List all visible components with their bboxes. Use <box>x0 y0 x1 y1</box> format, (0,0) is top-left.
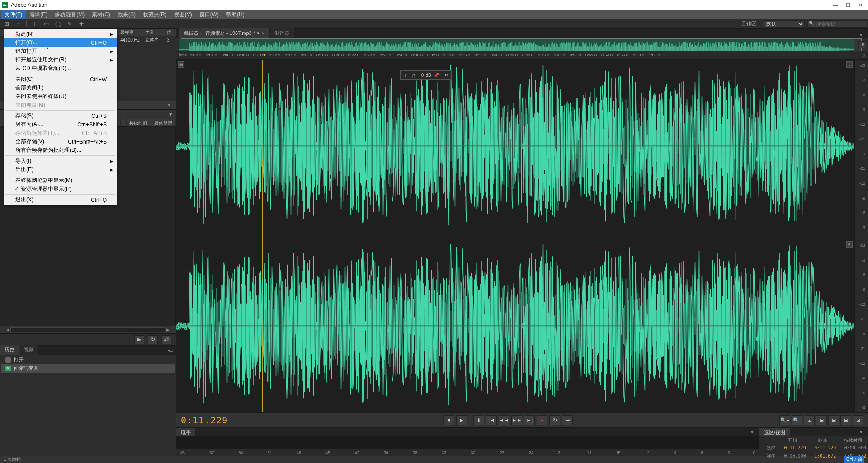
window-maximize[interactable]: ☐ <box>846 2 850 8</box>
volume-hud[interactable]: ⫾ ◔ +0 dB 📌 ✕ <box>400 70 452 80</box>
rewind-button[interactable]: ◄◄ <box>499 415 509 425</box>
goto-start-button[interactable]: |◄ <box>486 415 497 425</box>
time-ruler[interactable]: hms ▼ ♫ 0:02.00:04.00:06.00:08.00:10.00:… <box>176 51 868 60</box>
menu-item[interactable]: 另存为(A)...Ctrl+Shift+S <box>4 120 117 129</box>
menu-item[interactable]: 全部关闭(L) <box>4 84 117 92</box>
history-item[interactable]: fx伸缩与变调 <box>1 364 175 373</box>
menu-c[interactable]: 素材(C) <box>88 10 114 19</box>
tool-waveform-icon[interactable]: ⊞ <box>3 20 11 28</box>
tool-multitrack-icon[interactable]: ≡ <box>14 20 23 28</box>
selview-selection-end[interactable]: 0:11.229 <box>808 444 838 453</box>
menu-item[interactable]: 打开最近使用文件(R)▶ <box>4 56 117 64</box>
selview-view-end[interactable]: 1:01.672 <box>808 453 838 461</box>
menu-item[interactable]: 打开(O)...Ctrl+O <box>4 38 117 47</box>
zoom-reset-v-button[interactable]: ⊡ <box>853 415 863 425</box>
ime-badge[interactable]: CH ♪ 简 <box>844 456 864 463</box>
menu-e[interactable]: 编辑(E) <box>26 10 51 19</box>
tool-lasso-icon[interactable]: ◯ <box>54 20 62 28</box>
preview-scrollbar[interactable]: ◄► <box>0 326 176 333</box>
menu-item[interactable]: 在资源管理器中显示(P) <box>4 185 117 193</box>
editor-tab-close-icon[interactable]: ✕ <box>261 31 265 36</box>
preview-autoplay-button[interactable]: 🔊 <box>161 335 171 344</box>
selview-view-start[interactable]: 0:00.000 <box>778 453 808 461</box>
window-minimize[interactable]: — <box>833 2 838 8</box>
zoom-full-button[interactable]: ⊡ <box>804 415 815 425</box>
selview-selection-duration[interactable]: 0:00.000 <box>838 444 868 453</box>
zoom-in-h-button[interactable]: 🔍+ <box>779 415 790 425</box>
filter-icon[interactable]: ▼ <box>168 112 173 117</box>
channel-toggle-button[interactable]: LR <box>858 41 866 48</box>
menu-item[interactable]: 全部存储(V)Ctrl+Shift+Alt+S <box>4 137 117 146</box>
channel-menu-icon[interactable]: ▦ <box>178 61 184 68</box>
selview-selection-start[interactable]: 0:11.229 <box>778 444 808 453</box>
fastforward-button[interactable]: ►► <box>511 415 522 425</box>
col-channels[interactable]: 声道 <box>142 29 164 36</box>
menu-w[interactable]: 窗口(W) <box>196 10 222 19</box>
tab-history[interactable]: 历史 <box>0 345 19 355</box>
headphones-icon[interactable]: ♫ <box>862 52 865 58</box>
menu-item[interactable]: 关闭未使用的媒体(U) <box>4 92 117 101</box>
tool-marquee-icon[interactable]: ▭ <box>42 20 50 28</box>
col-name[interactable] <box>121 119 127 126</box>
editor-tab-dropdown-icon[interactable]: ▾ <box>257 30 259 36</box>
timecode-display[interactable]: 0:11.229 <box>181 415 237 426</box>
zoom-out-h-button[interactable]: 🔍- <box>792 415 802 425</box>
hud-pin-icon[interactable]: 📌 <box>433 72 439 78</box>
menu-m[interactable]: 多轨混音(M) <box>51 10 88 19</box>
menu-item[interactable]: 从 CD 中提取音频(D)... <box>4 64 117 73</box>
preview-loop-button[interactable]: ↻ <box>148 335 158 344</box>
col-bits[interactable]: 位 <box>164 29 173 36</box>
panel-menu-icon[interactable]: ▾≡ <box>168 102 173 108</box>
skip-selection-button[interactable]: ⇥ <box>562 415 573 425</box>
menu-s[interactable]: 效果(S) <box>114 10 139 19</box>
record-button[interactable]: ● <box>537 415 547 425</box>
zoom-in-v-button[interactable]: ⊞ <box>828 415 839 425</box>
history-item[interactable]: 打开 <box>1 355 175 364</box>
editor-panel-menu-icon[interactable]: ▾≡ <box>857 32 868 38</box>
overview-range-handle[interactable] <box>181 38 862 51</box>
menu-item[interactable]: 所有音频存储为批处理(B)... <box>4 146 117 154</box>
menu-item[interactable]: 退出(X)Ctrl+Q <box>4 196 117 204</box>
levels-panel-menu-icon[interactable]: ▾≡ <box>748 428 759 436</box>
tool-brush-icon[interactable]: ✎ <box>66 20 74 28</box>
col-duration[interactable]: 持续时间 <box>127 119 151 126</box>
menu-item[interactable]: 新建(N)▶ <box>4 30 117 38</box>
tab-mixer[interactable]: 混音器 <box>270 28 294 38</box>
menu-item[interactable]: 在媒体浏览器中显示(M) <box>4 176 117 185</box>
window-close[interactable]: ✕ <box>859 2 863 8</box>
tab-video[interactable]: 视频 <box>19 345 38 355</box>
loop-button[interactable]: ↻ <box>549 415 560 425</box>
pause-button[interactable]: ⏸ <box>473 415 484 425</box>
zoom-selection-button[interactable]: ⊟ <box>816 415 827 425</box>
col-samplerate[interactable]: 采样率 <box>118 29 142 36</box>
menu-item[interactable]: 存储(S)Ctrl+S <box>4 112 117 120</box>
zoom-out-v-button[interactable]: ⊟ <box>840 415 851 425</box>
overview-strip[interactable]: LR <box>176 38 868 51</box>
menu-item[interactable]: 导入(I)▶ <box>4 157 117 165</box>
search-help-input[interactable] <box>807 20 866 28</box>
goto-end-button[interactable]: ►| <box>524 415 535 425</box>
history-panel-menu-icon[interactable]: ▾≡ <box>165 347 176 355</box>
tool-heal-icon[interactable]: ✚ <box>77 20 85 28</box>
tab-levels[interactable]: 电平 <box>176 428 195 436</box>
hud-close-icon[interactable]: ✕ <box>443 72 449 78</box>
tool-ibeam-icon[interactable]: I <box>30 20 38 28</box>
tab-selection-view[interactable]: 选区/视图 <box>760 428 790 436</box>
menu-h[interactable]: 帮助(H) <box>222 10 248 19</box>
hud-db-value[interactable]: +0 <box>419 73 424 78</box>
menu-item[interactable]: 追加打开▶ <box>4 47 117 56</box>
play-button[interactable]: ▶ <box>456 415 467 425</box>
menu-r[interactable]: 收藏夹(R) <box>139 10 170 19</box>
selview-panel-menu-icon[interactable]: ▾≡ <box>857 428 868 436</box>
tab-editor[interactable]: 编辑器： 音频素材 - 1967.mp3 * ▾ ✕ <box>179 28 269 38</box>
stop-button[interactable]: ■ <box>443 415 454 425</box>
preview-play-button[interactable]: ▶ <box>134 335 144 344</box>
menu-f[interactable]: 文件(F) <box>1 10 26 19</box>
col-mediatype[interactable]: 媒体类型 <box>151 119 176 126</box>
workspace-select[interactable]: 默认 <box>764 20 805 28</box>
menu-v[interactable]: 视图(V) <box>170 10 196 19</box>
levels-scale-tick: -48 <box>295 450 301 455</box>
menu-item[interactable]: 导出(E)▶ <box>4 165 117 174</box>
waveform-viewport[interactable]: ▦ L ⫾ ◔ +0 dB 📌 ✕ R <box>176 60 854 412</box>
menu-item[interactable]: 关闭(C)Ctrl+W <box>4 75 117 84</box>
